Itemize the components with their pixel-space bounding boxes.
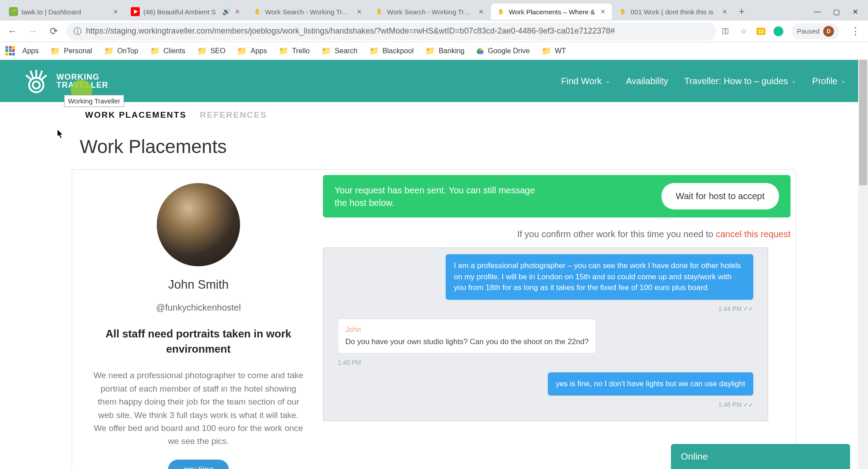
minimize-button[interactable]: —	[813, 8, 821, 16]
message-text: Do you have your own studio lights? Can …	[345, 337, 589, 346]
profile-paused-button[interactable]: Paused D	[791, 23, 839, 39]
close-icon[interactable]: ×	[477, 8, 485, 15]
star-icon[interactable]: ☆	[739, 26, 748, 36]
any-time-button[interactable]: any time	[168, 460, 229, 469]
page-viewport: WORKING TRAVELLER Working Traveller Find…	[0, 60, 868, 469]
tab-references[interactable]: REFERENCES	[200, 110, 267, 120]
scroll-thumb[interactable]	[859, 60, 867, 185]
close-icon[interactable]: ×	[112, 8, 119, 15]
nav-find-work[interactable]: Find Work⌄	[561, 76, 610, 86]
address-bar: ← → ⟳ ⓘ https://staging.workingtraveller…	[0, 21, 868, 42]
folder-icon: 📁	[541, 46, 551, 56]
folder-icon: 📁	[50, 46, 60, 56]
host-handle: @funkychickenhostel	[89, 303, 308, 313]
bookmark-google-drive[interactable]: Google Drive	[472, 44, 534, 58]
close-icon[interactable]: ×	[356, 8, 363, 15]
browser-chrome: 🌱 tawk.to | Dashboard × (48) Beautiful A…	[0, 0, 868, 60]
wait-for-host-button[interactable]: Wait for host to accept	[662, 183, 779, 209]
scrollbar[interactable]	[858, 60, 868, 469]
bookmark-wt[interactable]: 📁WT	[537, 43, 571, 59]
bookmark-clients[interactable]: 📁Clients	[146, 43, 190, 59]
apps-grid-icon[interactable]	[5, 46, 15, 56]
chevron-down-icon: ⌄	[606, 78, 610, 84]
svg-point-6	[33, 81, 40, 89]
page-title: Work Placements	[0, 128, 868, 169]
folder-icon: 📁	[237, 46, 247, 56]
listing-title: All staff need portraits taken in work e…	[89, 326, 308, 356]
tab-worksearch-1[interactable]: ✋ Work Search - Working Trave ×	[247, 4, 368, 20]
chevron-down-icon: ⌄	[841, 78, 846, 84]
youtube-icon	[131, 7, 140, 16]
profile-avatar: D	[823, 26, 834, 37]
maximize-button[interactable]: ▢	[832, 8, 840, 16]
audio-icon[interactable]: 🔊	[222, 8, 230, 16]
tab-worksearch-2[interactable]: ✋ Work Search - Working Travel ×	[369, 4, 490, 20]
placements-card: John Smith @funkychickenhostel All staff…	[72, 169, 796, 469]
bookmark-banking[interactable]: 📁Banking	[421, 43, 469, 59]
folder-icon: 📁	[150, 46, 160, 56]
paused-label: Paused	[797, 27, 820, 35]
listing-sidebar: John Smith @funkychickenhostel All staff…	[77, 175, 319, 469]
request-sent-banner: Your request has been sent. You can stil…	[323, 175, 791, 217]
key-icon[interactable]: ⚿	[721, 26, 730, 36]
message-bubble: John Do you have your own studio lights?…	[338, 319, 596, 354]
tawk-icon: 🌱	[9, 7, 18, 16]
forward-button[interactable]: →	[25, 23, 41, 39]
folder-icon: 📁	[279, 46, 288, 56]
grammarly-icon[interactable]	[773, 26, 783, 36]
tab-work-placements[interactable]: WORK PLACEMENTS	[85, 110, 186, 120]
tab-youtube[interactable]: (48) Beautiful Ambient S 🔊 ×	[125, 4, 246, 20]
bookmark-apps-2[interactable]: 📁Apps	[232, 43, 271, 59]
bookmark-blackpool[interactable]: 📁Blackpool	[365, 43, 418, 59]
wt-icon: ✋	[374, 7, 383, 16]
folder-icon: 📁	[104, 46, 114, 56]
host-avatar[interactable]	[157, 183, 240, 266]
site-info-icon[interactable]: ⓘ	[73, 26, 82, 37]
cancel-request-link[interactable]: cancel this request	[716, 229, 791, 239]
tab-work-placements[interactable]: ✋ Work Placements – Where & ×	[491, 4, 612, 20]
bookmark-trello[interactable]: 📁Trello	[274, 43, 314, 59]
nav-availability[interactable]: Availability	[626, 76, 668, 86]
close-icon[interactable]: ×	[599, 8, 606, 15]
url-field[interactable]: ⓘ https://staging.workingtraveller.com/m…	[66, 22, 716, 40]
nav-traveller-guides[interactable]: Traveller: How to – guides⌄	[684, 76, 796, 86]
new-tab-button[interactable]: +	[735, 4, 749, 19]
bookmark-search[interactable]: 📁Search	[317, 43, 362, 59]
message-timestamp: 1:44 PM✓✓	[338, 303, 753, 319]
bookmarks-bar: Apps 📁Personal 📁OnTop 📁Clients 📁SEO 📁App…	[0, 42, 868, 60]
wt-icon: ✋	[253, 7, 262, 16]
calendar-extension-icon[interactable]: 12	[756, 28, 765, 35]
back-button[interactable]: ←	[4, 23, 21, 39]
bookmark-ontop[interactable]: 📁OnTop	[99, 43, 143, 59]
window-controls: — ▢ ✕	[813, 8, 864, 16]
mouse-cursor-icon	[57, 129, 64, 139]
tooltip: Working Traveller	[64, 95, 124, 107]
bookmark-apps[interactable]: Apps	[18, 44, 43, 58]
tab-title: Work Search - Working Trave	[265, 8, 352, 16]
banner-text: Your request has been sent. You can stil…	[335, 184, 550, 209]
chat-online-widget[interactable]: Online	[671, 444, 850, 469]
close-window-button[interactable]: ✕	[851, 8, 859, 16]
nav-profile[interactable]: Profile⌄	[812, 76, 846, 86]
chat-message-incoming: John Do you have your own studio lights?…	[338, 319, 753, 354]
logo[interactable]: WORKING TRAVELLER	[22, 67, 108, 95]
tab-title: 001 Work ( dont think this is	[631, 8, 718, 16]
chat-message-outgoing: I am a professional photographer – you c…	[338, 254, 753, 300]
message-bubble: I am a professional photographer – you c…	[446, 254, 753, 300]
listing-main: Your request has been sent. You can stil…	[323, 175, 791, 469]
listing-description: We need a professional photographer to c…	[89, 369, 308, 448]
tab-001-work[interactable]: ✋ 001 Work ( dont think this is ×	[613, 4, 734, 20]
content-tabs: WORK PLACEMENTS REFERENCES	[0, 102, 868, 128]
folder-icon: 📁	[321, 46, 331, 56]
tab-tawk[interactable]: 🌱 tawk.to | Dashboard ×	[4, 4, 125, 20]
svg-marker-0	[134, 9, 138, 14]
reload-button[interactable]: ⟳	[46, 23, 62, 39]
confirm-note: If you confirm other work for this time …	[323, 217, 791, 247]
close-icon[interactable]: ×	[721, 8, 728, 15]
tab-title: Work Placements – Where &	[509, 8, 596, 16]
bookmark-seo[interactable]: 📁SEO	[193, 43, 230, 59]
bookmark-personal[interactable]: 📁Personal	[46, 43, 96, 59]
chevron-down-icon: ⌄	[791, 78, 796, 84]
close-icon[interactable]: ×	[234, 8, 241, 15]
menu-icon[interactable]: ⋮	[847, 23, 864, 39]
